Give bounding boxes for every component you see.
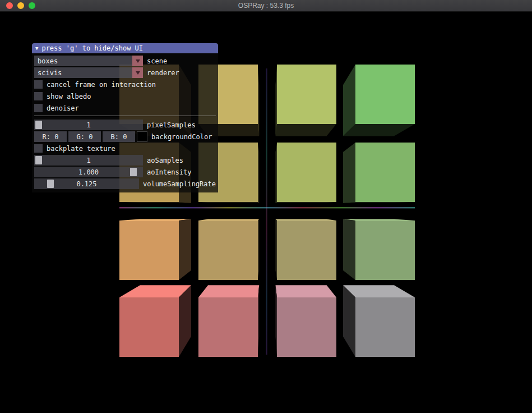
zoom-button[interactable] [29, 2, 35, 9]
bg-color-b-field[interactable]: B: 0 [103, 131, 135, 142]
bg-color-g-field[interactable]: G: 0 [68, 131, 101, 142]
renderer-combo-value: scivis [34, 69, 132, 77]
renderer-combo-arrow-button[interactable] [132, 67, 143, 78]
slider-value: 1 [86, 157, 90, 164]
cube-front-face [277, 297, 336, 357]
imgui-panel: ▼ press 'g' to hide/show UI boxes scene … [32, 43, 218, 192]
volumesamplingrate-slider[interactable]: 0.125 [34, 178, 139, 189]
scene-combo[interactable]: boxes [34, 56, 143, 66]
panel-header[interactable]: ▼ press 'g' to hide/show UI [32, 43, 218, 53]
cube-bottom-face [119, 202, 191, 203]
cube-front-face [355, 221, 415, 280]
cube-right-face [179, 219, 191, 280]
panel-header-label: press 'g' to hide/show UI [41, 44, 143, 52]
collapse-arrow-icon[interactable]: ▼ [35, 46, 38, 51]
cube-left-face [343, 143, 355, 203]
slider-grab[interactable] [35, 156, 42, 164]
cube-right-face [258, 143, 259, 203]
titlebar[interactable]: OSPRay : 53.3 fps [0, 0, 532, 12]
aointensity-slider[interactable]: 1.000 [34, 167, 143, 177]
scene-combo-arrow-button[interactable] [132, 56, 143, 66]
cube-right-face [258, 285, 259, 357]
cube-front-face [277, 65, 336, 124]
cube-right-face [258, 219, 259, 280]
chevron-down-icon [136, 59, 140, 63]
cube-front-face [198, 297, 258, 357]
cube-left-face [343, 285, 355, 357]
slider-grab[interactable] [47, 180, 54, 188]
cube-top-face [119, 219, 191, 221]
slider-grab[interactable] [35, 121, 42, 129]
traffic-lights [6, 2, 35, 9]
cube-top-face [275, 219, 336, 221]
bg-color-swatch[interactable] [137, 131, 147, 142]
chevron-down-icon [136, 71, 140, 75]
cube-top-face [119, 285, 191, 297]
cube-left-face [275, 219, 277, 280]
pixelsamples-slider[interactable]: 1 [34, 120, 143, 130]
window-title: OSPRay : 53.3 fps [238, 2, 294, 10]
cube-front-face [355, 65, 415, 124]
cube-right-face [179, 285, 191, 357]
scene-combo-value: boxes [34, 57, 132, 65]
cube-bottom-face [198, 202, 259, 203]
slider-grab[interactable] [130, 168, 137, 176]
cube-front-face [198, 221, 258, 280]
slider-value: 0.125 [76, 180, 96, 188]
cube-front-face [277, 221, 336, 280]
cube-front-face [355, 297, 415, 357]
close-button[interactable] [6, 2, 13, 9]
cube-bottom-face [275, 202, 336, 203]
cube-bottom-face [343, 202, 415, 203]
panel-body: boxes scene scivis renderer ca [32, 53, 218, 192]
cube-left-face [275, 65, 277, 136]
separator [34, 116, 216, 116]
ospray-window: OSPRay : 53.3 fps ▼ press 'g' to hide/sh… [0, 0, 532, 413]
checkbox-show-albedo[interactable] [34, 92, 43, 100]
checkbox-backplate-texture[interactable] [34, 144, 43, 153]
slider-label: aoSamples [147, 157, 183, 164]
cube-top-face [343, 285, 415, 297]
cube-top-face [198, 285, 259, 297]
reflection-glint [266, 68, 267, 355]
cube-front-face [119, 297, 179, 357]
cube-left-face [343, 219, 355, 280]
cube-front-face [277, 143, 336, 202]
renderer-combo-label: renderer [147, 69, 179, 77]
cube-top-face [343, 219, 415, 221]
cube-top-face [275, 285, 336, 297]
minimize-button[interactable] [17, 2, 24, 9]
bg-color-label: backgroundColor [151, 133, 212, 141]
slider-label: pixelSamples [147, 121, 196, 129]
renderer-combo[interactable]: scivis [34, 67, 143, 78]
bg-color-r-field[interactable]: R: 0 [34, 131, 67, 142]
cube-top-face [198, 219, 259, 221]
slider-value: 1 [86, 121, 90, 129]
cube-left-face [343, 65, 355, 136]
scene-combo-label: scene [147, 57, 167, 65]
cube-bottom-face [275, 124, 336, 136]
checkbox-label: backplate texture [47, 145, 115, 153]
slider-label: volumeSamplingRate [143, 180, 216, 188]
checkbox-cancel-frame-on-interaction[interactable] [34, 80, 43, 89]
checkbox-label: show albedo [47, 93, 91, 100]
checkbox-label: cancel frame on interaction [47, 81, 156, 89]
slider-label: aoIntensity [147, 168, 191, 176]
checkbox-label: denoiser [47, 104, 79, 112]
cube-right-face [258, 65, 259, 136]
cube-left-face [275, 143, 277, 203]
cube-front-face [355, 143, 415, 202]
cube-bottom-face [343, 124, 415, 136]
aosamples-slider[interactable]: 1 [34, 155, 143, 166]
cube-front-face [119, 221, 179, 280]
slider-value: 1.000 [78, 168, 99, 176]
checkbox-denoiser[interactable] [34, 104, 43, 112]
cube-left-face [275, 285, 277, 357]
